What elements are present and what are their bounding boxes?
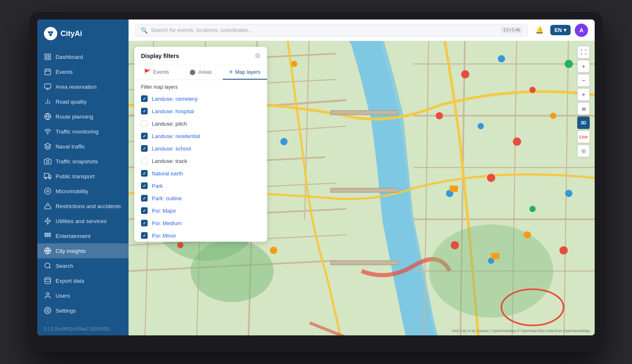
svg-marker-22 — [49, 175, 51, 177]
filter-item-landuse-pitch[interactable]: Landuse: pitch — [138, 117, 264, 130]
filter-label-natural-earth: Natural earth — [152, 170, 183, 177]
filter-item-landuse-hospital[interactable]: Landuse: hospital — [138, 105, 264, 117]
svg-point-80 — [478, 123, 484, 129]
svg-rect-34 — [47, 235, 49, 237]
sidebar-label-search: Search — [56, 263, 73, 269]
svg-point-42 — [46, 293, 49, 295]
filter-item-poi-medium[interactable]: Poi: Medium — [138, 217, 264, 229]
map-container: Display filters ⚙ 🚩 Events ⬤ Areas — [129, 41, 595, 335]
filter-item-poi-major[interactable]: Poi: Major — [138, 204, 264, 217]
filter-checkbox-poi-major[interactable] — [141, 207, 148, 214]
sidebar-label-road-quality: Road quality — [56, 99, 87, 105]
filter-checkbox-landuse-school[interactable] — [141, 145, 148, 152]
svg-point-20 — [46, 160, 49, 163]
sidebar-item-clients[interactable]: Clients — [37, 318, 129, 323]
zoom-out-button[interactable]: − — [577, 74, 590, 87]
sidebar-label-utilities-services: Utilities and services — [56, 218, 107, 224]
filter-item-landuse-residential[interactable]: Landuse: residential — [138, 130, 264, 142]
zoom-in-button[interactable]: + — [577, 60, 590, 73]
live-button[interactable]: Live — [577, 131, 590, 143]
locate-button[interactable]: ◎ — [577, 145, 590, 157]
sidebar-label-route-planning: Route planning — [56, 114, 93, 120]
sidebar-item-restrictions-accidents[interactable]: Restrictions and accidents — [37, 199, 129, 214]
filters-gear-icon[interactable]: ⚙ — [255, 52, 260, 60]
svg-marker-29 — [45, 218, 51, 224]
filter-item-poi-minor[interactable]: Poi: Minor — [138, 229, 264, 242]
sidebar-logo: CityAi — [37, 19, 129, 48]
filter-item-landuse-track[interactable]: Landuse: track — [138, 155, 264, 167]
filter-checkbox-poi-medium[interactable] — [141, 220, 148, 226]
filter-checkbox-park[interactable] — [141, 182, 148, 189]
sidebar-item-traffic-snapshots[interactable]: Traffic snapshots — [37, 154, 129, 169]
terrain-button[interactable]: ▤ — [577, 102, 590, 115]
filter-label-park: Park — [152, 183, 163, 189]
filter-checkbox-landuse-hospital[interactable] — [141, 108, 148, 114]
filter-checkbox-park-outline[interactable] — [141, 195, 148, 201]
sidebar-item-utilities-services[interactable]: Utilities and services — [37, 214, 129, 228]
filter-label-landuse-residential: Landuse: residential — [152, 133, 200, 139]
svg-rect-11 — [45, 84, 51, 88]
sidebar-item-traffic-monitoring[interactable]: Traffic monitoring — [37, 124, 129, 139]
sidebar-item-entertainment[interactable]: Entertainment — [37, 228, 129, 243]
filter-label-poi-major: Poi: Major — [152, 208, 176, 214]
svg-rect-33 — [45, 235, 46, 237]
filter-layers-section-title: Filter map layers — [134, 80, 267, 92]
logo-text: CityAi — [61, 29, 82, 38]
svg-point-69 — [191, 240, 274, 302]
filter-checkbox-landuse-residential[interactable] — [141, 133, 148, 139]
user-avatar[interactable]: A — [575, 24, 588, 37]
lang-label: EN — [554, 27, 562, 33]
sidebar-item-route-planning[interactable]: Route planning — [37, 109, 129, 124]
filter-checkbox-landuse-pitch[interactable] — [141, 120, 148, 127]
topbar-actions: 🔔 EN ▾ A — [533, 24, 588, 37]
filter-tab-events[interactable]: 🚩 Events — [134, 65, 179, 80]
sidebar-label-users: Users — [56, 293, 70, 299]
sidebar-label-dashboard: Dashboard — [56, 54, 83, 60]
sidebar-item-dashboard[interactable]: Dashboard — [37, 49, 129, 64]
svg-point-97 — [270, 247, 277, 254]
filter-checkbox-landuse-cemetery[interactable] — [141, 95, 148, 102]
filter-tab-map-layers[interactable]: ≡ Map layers — [223, 65, 267, 80]
notification-bell[interactable]: 🔔 — [533, 24, 546, 37]
sidebar-item-area-reservation[interactable]: Area reservation — [37, 79, 129, 94]
filter-label-landuse-pitch: Landuse: pitch — [152, 121, 187, 127]
sidebar-item-settings[interactable]: Settings — [37, 303, 129, 318]
svg-point-19 — [47, 133, 48, 134]
filter-item-natural-earth[interactable]: Natural earth — [138, 167, 264, 180]
filter-item-park[interactable]: Park — [138, 180, 264, 192]
sidebar-item-users[interactable]: Users — [37, 288, 129, 303]
svg-point-86 — [565, 190, 572, 197]
sidebar-item-public-transport[interactable]: Public transport — [37, 169, 129, 184]
filter-tab-layers-label: Map layers — [235, 69, 260, 75]
filter-item-landuse-cemetery[interactable]: Landuse: cemetery — [138, 92, 264, 105]
avatar-initial: A — [579, 27, 583, 34]
sidebar-item-micromobility[interactable]: Micromobility — [37, 184, 129, 199]
topbar: 🔍 Search for events, locations, coordina… — [129, 19, 595, 41]
sidebar-item-road-quality[interactable]: Road quality — [37, 94, 129, 109]
filter-item-landuse-school[interactable]: Landuse: school — [138, 142, 264, 155]
3d-button[interactable]: 3D — [577, 116, 590, 129]
filter-tab-areas[interactable]: ⬤ Areas — [179, 65, 223, 80]
laptop-screen: CityAi Dashboard Events Area reservation — [37, 19, 595, 335]
svg-rect-104 — [331, 261, 398, 265]
sidebar-item-events[interactable]: Events — [37, 64, 129, 79]
filter-label-poi-medium: Poi: Medium — [152, 220, 182, 226]
filter-checkbox-landuse-track[interactable] — [141, 158, 148, 164]
filter-checkbox-poi-minor[interactable] — [141, 232, 148, 239]
sidebar-item-search[interactable]: Search — [37, 258, 129, 273]
fullscreen-button[interactable]: ⛶ — [577, 46, 590, 58]
svg-rect-21 — [44, 173, 49, 177]
sidebar-item-export-data[interactable]: Export data — [37, 273, 129, 288]
compass-button[interactable]: ✛ — [577, 88, 590, 101]
search-bar[interactable]: 🔍 Search for events, locations, coordina… — [135, 24, 528, 36]
filter-checkbox-natural-earth[interactable] — [141, 170, 148, 177]
sidebar-nav: Dashboard Events Area reservation Road q… — [37, 48, 129, 323]
svg-point-1 — [51, 31, 53, 34]
sidebar-label-events: Events — [56, 69, 73, 75]
svg-point-77 — [530, 87, 536, 93]
filter-item-park-outline[interactable]: Park: outline — [138, 192, 264, 204]
language-selector[interactable]: EN ▾ — [550, 25, 571, 35]
main-area: 🔍 Search for events, locations, coordina… — [129, 19, 595, 335]
sidebar-item-city-insights[interactable]: City insights — [37, 243, 129, 258]
sidebar-item-naval-traffic[interactable]: Naval traffic — [37, 139, 129, 154]
